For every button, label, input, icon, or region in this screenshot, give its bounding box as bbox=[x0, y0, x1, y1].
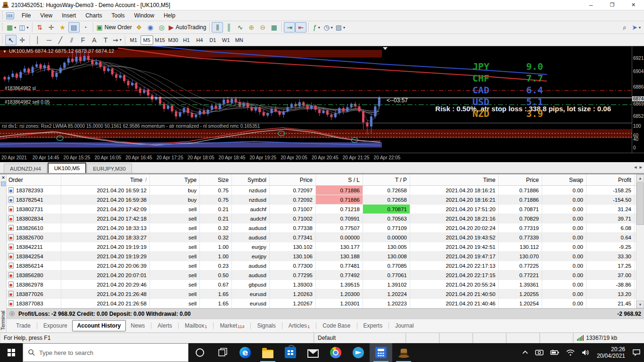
terminal-tab-market[interactable]: Market114 bbox=[215, 321, 249, 331]
column-header-price2[interactable]: Price bbox=[499, 174, 542, 185]
chart-shift-button[interactable]: ⇤ bbox=[295, 22, 306, 33]
taskbar-app-calculator[interactable] bbox=[370, 343, 392, 362]
menu-item-tools[interactable]: Tools bbox=[107, 11, 130, 20]
table-row[interactable]: 1838770262021.04.20 21:26:48sell1.65euru… bbox=[7, 289, 636, 299]
menu-item-insert[interactable]: Insert bbox=[57, 11, 81, 20]
volume-icon[interactable] bbox=[578, 343, 593, 362]
new-chart-button[interactable]: ▦▾ bbox=[5, 22, 17, 33]
toolbar-grip[interactable] bbox=[1, 36, 4, 44]
terminal-tab-account-history[interactable]: Account History bbox=[72, 320, 126, 331]
label-button[interactable]: T bbox=[100, 35, 111, 45]
terminal-tab-alerts[interactable]: Alerts bbox=[153, 321, 177, 331]
cursor-button[interactable]: ↖ bbox=[5, 35, 17, 45]
scroll-up-icon[interactable]: ▲ bbox=[636, 174, 644, 182]
table-row[interactable]: 1837823932021.04.20 16:59:12buy0.75nzdus… bbox=[7, 186, 636, 195]
column-header-swap[interactable]: Swap bbox=[542, 174, 586, 185]
chart-tab-eurjpy-m30[interactable]: EURJPY,M30 bbox=[87, 164, 132, 173]
menu-item-charts[interactable]: Charts bbox=[81, 11, 107, 20]
table-row[interactable]: 1838267002021.04.20 18:33:27sell0.32audu… bbox=[7, 233, 636, 242]
menu-item-help[interactable]: Help bbox=[159, 11, 180, 20]
taskbar-app-file-explorer[interactable] bbox=[256, 343, 279, 362]
time-axis[interactable]: 20 Apr 202120 Apr 14:4520 Apr 15:2520 Ap… bbox=[0, 153, 644, 162]
fibonacci-button[interactable]: F bbox=[77, 35, 89, 45]
task-view-button[interactable] bbox=[211, 343, 234, 362]
navigator-button[interactable]: ★ bbox=[57, 22, 68, 33]
line-chart-button[interactable]: ∿ bbox=[234, 22, 246, 33]
toolbar-grip[interactable] bbox=[1, 11, 4, 20]
chart-window-icon[interactable] bbox=[6, 12, 14, 19]
scroll-right-icon[interactable]: ▸ bbox=[639, 164, 642, 170]
timeframe-d1[interactable]: D1 bbox=[206, 35, 219, 45]
column-header-price[interactable]: Price bbox=[270, 174, 316, 185]
candlestick-button[interactable]: ║ bbox=[223, 22, 234, 33]
scroll-down-icon[interactable]: ▼ bbox=[636, 301, 644, 308]
taskbar-app-mail[interactable] bbox=[302, 343, 324, 362]
data-window-button[interactable]: ✛ bbox=[46, 22, 57, 33]
zoom-out-button[interactable]: ⊖ bbox=[257, 22, 268, 33]
terminal-tab-exposure[interactable]: Exposure bbox=[39, 321, 72, 331]
close-button[interactable]: ✕ bbox=[623, 0, 644, 10]
terminal-tab-articles[interactable]: Articles1 bbox=[284, 321, 314, 331]
timeframe-mn[interactable]: MN bbox=[233, 35, 246, 45]
timeframe-m30[interactable]: M30 bbox=[167, 35, 180, 45]
timeframe-h1[interactable]: H1 bbox=[180, 35, 193, 45]
timeframe-m5[interactable]: M5 bbox=[140, 35, 153, 45]
terminal-tab-trade[interactable]: Trade bbox=[11, 321, 35, 331]
menu-item-view[interactable]: View bbox=[35, 11, 57, 20]
action-center-button[interactable] bbox=[629, 343, 644, 362]
toolbar-grip[interactable] bbox=[1, 23, 4, 32]
text-button[interactable]: A bbox=[89, 35, 100, 45]
terminal-tab-mailbox[interactable]: Mailbox1 bbox=[180, 321, 212, 331]
close-terminal-icon[interactable]: ✕ bbox=[0, 175, 6, 181]
terminal-tab-signals[interactable]: Signals bbox=[252, 321, 280, 331]
deposit-button[interactable]: ❖ bbox=[133, 22, 145, 33]
timeframe-w1[interactable]: W1 bbox=[220, 35, 232, 45]
taskbar-clock[interactable]: 20:26 20/04/2021 bbox=[593, 343, 629, 362]
chart-tab-uk100-m5[interactable]: UK100,M5 bbox=[48, 163, 86, 173]
templates-button[interactable]: ▧▾ bbox=[334, 22, 347, 33]
profile-selector[interactable]: Default bbox=[314, 333, 406, 343]
trendline-button[interactable]: ╱ bbox=[55, 35, 66, 45]
table-row[interactable]: 1838422112021.04.20 19:19:19sell1.00eurj… bbox=[7, 242, 636, 252]
timeframe-h4[interactable]: H4 bbox=[193, 35, 206, 45]
menu-item-file[interactable]: File bbox=[17, 11, 35, 20]
column-header-sl[interactable]: S / L bbox=[316, 174, 363, 185]
channel-button[interactable]: ⫽ bbox=[66, 35, 77, 45]
table-row[interactable]: 1838629782021.04.20 20:29:46sell0.67gbpu… bbox=[7, 280, 636, 289]
indicators-button[interactable]: ƒ▾ bbox=[311, 22, 322, 33]
taskbar-app-metatrader[interactable] bbox=[392, 343, 415, 362]
quick-nav-button[interactable]: ➤▾ bbox=[630, 22, 642, 33]
taskbar-search[interactable]: Type here to search bbox=[23, 343, 189, 362]
chart-shift-marker[interactable] bbox=[383, 47, 388, 50]
table-row[interactable]: 1837825412021.04.20 16:59:38buy0.75nzdus… bbox=[7, 195, 636, 205]
scroll-left-icon[interactable]: ◂ bbox=[634, 164, 637, 170]
table-scrollbar[interactable]: ▲ ▼ bbox=[636, 174, 644, 308]
taskbar-app-store[interactable] bbox=[279, 343, 302, 362]
table-row[interactable]: 1838770832021.04.20 21:26:58sell1.65euru… bbox=[7, 299, 636, 308]
crosshair-button[interactable]: ✛ bbox=[17, 35, 28, 45]
cast-icon[interactable] bbox=[532, 343, 547, 362]
maximize-button[interactable]: ❐ bbox=[602, 0, 623, 10]
column-header-symbol[interactable]: Symbol bbox=[232, 174, 270, 185]
chart-tab-audnzd-h4[interactable]: AUDNZD,H4 bbox=[4, 164, 47, 173]
chart-area[interactable]: ▼UK100,M5 6874.12 6875.12 6873.37 6874.1… bbox=[0, 46, 644, 162]
table-row[interactable]: 1838027312021.04.20 17:42:09sell0.21audc… bbox=[7, 205, 636, 214]
timeframe-m1[interactable]: M1 bbox=[127, 35, 140, 45]
bar-chart-button[interactable]: ⫼ bbox=[212, 22, 223, 33]
terminal-tab-journal[interactable]: Journal bbox=[390, 321, 418, 331]
strategy-tester-button[interactable]: ◔ bbox=[80, 22, 91, 33]
terminal-tab-code-base[interactable]: Code Base bbox=[318, 321, 355, 331]
taskbar-app-chrome[interactable] bbox=[324, 343, 347, 362]
column-header-tp[interactable]: T / P bbox=[363, 174, 410, 185]
column-header-time2[interactable]: Time bbox=[410, 174, 499, 185]
terminal-tab-news[interactable]: News bbox=[126, 321, 149, 331]
start-button[interactable] bbox=[0, 343, 23, 362]
zoom-in-button[interactable]: ⊕ bbox=[246, 22, 257, 33]
timeframe-m15[interactable]: M15 bbox=[154, 35, 166, 45]
signals-button[interactable]: ◎ bbox=[156, 22, 167, 33]
terminal-panel-button[interactable]: ▤ bbox=[68, 22, 80, 33]
new-order-button[interactable]: ▣New Order bbox=[95, 22, 133, 33]
menu-item-window[interactable]: Window bbox=[130, 11, 159, 20]
column-header-time[interactable]: Time/ bbox=[61, 174, 150, 185]
autotrading-button[interactable]: ▶AutoTrading bbox=[167, 22, 208, 33]
